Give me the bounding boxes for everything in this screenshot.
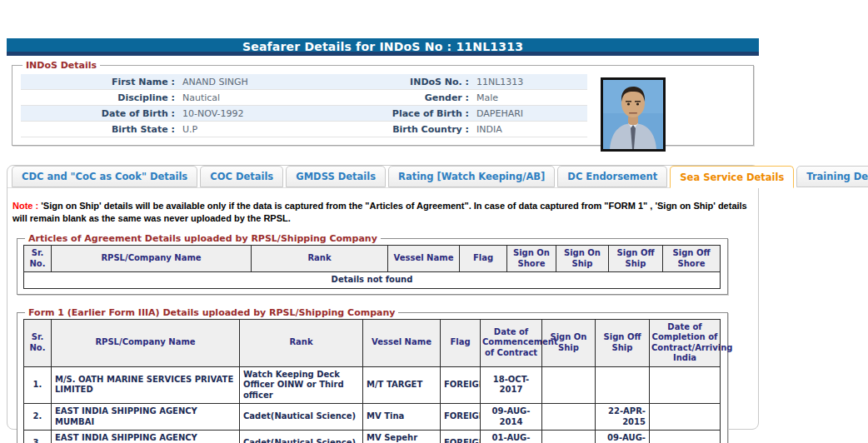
cell-sr: 3. (24, 431, 52, 443)
cell-vessel: MV Sepehr Artin (363, 431, 441, 443)
col-rank: Rank (240, 319, 363, 366)
tab-content-panel: CDC and "CoC as Cook" Details COC Detail… (7, 165, 759, 430)
form1-header-row: Sr. No. RPSL/Company Name Rank Vessel Na… (24, 319, 721, 366)
indos-no-label: INDoS No. : (387, 74, 473, 89)
cell-rank: Cadet(Nautical Science) (240, 404, 363, 431)
col-sign-on-ship: Sign On Ship (556, 246, 609, 272)
cell-flag: FOREIGN (441, 366, 481, 404)
tab-training-details[interactable]: Training Details (796, 166, 868, 187)
cell-rank: Cadet(Nautical Science) (240, 431, 363, 443)
cell-sr: 2. (24, 404, 52, 431)
detail-row: Date of Birth : 10-NOV-1992 Place of Bir… (21, 106, 587, 122)
indos-details-fieldset: INDoS Details First Name : ANAND SINGH I… (12, 60, 754, 146)
tab-strip: CDC and "CoC as Cook" Details COC Detail… (7, 166, 758, 188)
col-vessel-name: Vessel Name (363, 319, 441, 366)
cell-company: EAST INDIA SHIPPING AGENCY MUMBAI (52, 404, 240, 431)
form1-legend: Form 1 (Earlier Form IIIA) Details uploa… (25, 307, 398, 318)
form1-fieldset: Form 1 (Earlier Form IIIA) Details uploa… (17, 307, 728, 443)
detail-row: Birth State : U.P Birth Country : INDIA (21, 122, 587, 137)
form1-table: Sr. No. RPSL/Company Name Rank Vessel Na… (23, 319, 721, 443)
col-flag: Flag (441, 319, 481, 366)
detail-row: Discipline : Nautical Gender : Male (21, 90, 587, 106)
articles-table: Sr. No. RPSL/Company Name Rank Vessel Na… (23, 245, 721, 289)
indos-details-legend: INDoS Details (22, 60, 100, 71)
col-rpsl-company-name: RPSL/Company Name (52, 246, 252, 272)
date-of-birth-value: 10-NOV-1992 (179, 106, 387, 121)
birth-country-label: Birth Country : (387, 122, 473, 137)
cell-rank: Watch Keeping Deck Officer OINW or Third… (240, 366, 363, 404)
page-title: Seafarer Details for INDoS No : 11NL1313 (7, 38, 759, 56)
table-row: 3. EAST INDIA SHIPPING AGENCY MUMBAI Cad… (24, 431, 721, 443)
tab-sea-service-details[interactable]: Sea Service Details (670, 166, 794, 188)
first-name-label: First Name : (21, 74, 179, 89)
col-flag: Flag (460, 246, 507, 272)
note-text: Note : 'Sign on Ship' details will be av… (12, 200, 753, 224)
tab-dc-endorsement[interactable]: DC Endorsement (557, 166, 667, 187)
cell-sr: 1. (24, 366, 52, 404)
col-date-of-completion: Date of Completion of Contract/Arriving … (650, 319, 721, 366)
gender-label: Gender : (387, 90, 473, 105)
table-row: 2. EAST INDIA SHIPPING AGENCY MUMBAI Cad… (24, 404, 721, 431)
col-date-of-commencement: Date of Commencement of Contract (481, 319, 542, 366)
date-of-birth-label: Date of Birth : (21, 106, 179, 121)
tab-gmdss-details[interactable]: GMDSS Details (286, 166, 386, 187)
note-prefix: Note : (12, 201, 38, 211)
birth-state-label: Birth State : (21, 122, 179, 137)
col-sr-no: Sr. No. (24, 246, 52, 272)
discipline-label: Discipline : (21, 90, 179, 105)
tab-cdc-coc-cook-details[interactable]: CDC and "CoC as Cook" Details (12, 166, 197, 187)
cell-company: EAST INDIA SHIPPING AGENCY MUMBAI (52, 431, 240, 443)
cell-completion (650, 404, 721, 431)
col-rpsl-company-name: RPSL/Company Name (52, 319, 240, 366)
col-sr-no: Sr. No. (24, 319, 52, 366)
details-not-found-message: Details not found (24, 272, 721, 289)
person-portrait-icon (603, 80, 663, 149)
tab-rating-watch-keeping-ab[interactable]: Rating [Watch Keeping/AB] (388, 166, 555, 187)
cell-commencement: 18-OCT-2017 (481, 366, 542, 404)
birth-state-value: U.P (179, 122, 387, 137)
indos-no-value: 11NL1313 (473, 74, 587, 89)
cell-sign-off-ship (596, 366, 650, 404)
note-body: 'Sign on Ship' details will be available… (12, 201, 747, 223)
tab-coc-details[interactable]: COC Details (200, 166, 283, 187)
col-sign-on-shore: Sign On Shore (507, 246, 556, 272)
cell-flag: FOREIGN (441, 404, 481, 431)
cell-sign-on-ship (542, 431, 596, 443)
articles-of-agreement-fieldset: Articles of Agreement Details uploaded b… (17, 233, 728, 295)
articles-legend: Articles of Agreement Details uploaded b… (25, 233, 381, 244)
discipline-value: Nautical (179, 90, 387, 105)
indos-detail-rows: First Name : ANAND SINGH INDoS No. : 11N… (21, 74, 587, 137)
first-name-value: ANAND SINGH (179, 74, 387, 89)
cell-commencement: 09-AUG-2014 (481, 404, 542, 431)
place-of-birth-value: DAPEHARI (473, 106, 587, 121)
cell-completion (650, 366, 721, 404)
cell-sign-on-ship (542, 366, 596, 404)
cell-company: M/S. OATH MARINE SERVICES PRIVATE LIMITE… (52, 366, 240, 404)
articles-empty-row: Details not found (24, 272, 721, 289)
col-rank: Rank (252, 246, 388, 272)
table-row: 1. M/S. OATH MARINE SERVICES PRIVATE LIM… (24, 366, 721, 404)
seafarer-photo (601, 77, 666, 152)
col-sign-off-ship: Sign Off Ship (609, 246, 663, 272)
place-of-birth-label: Place of Birth : (387, 106, 473, 121)
cell-flag: FOREIGN (441, 431, 481, 443)
col-sign-off-shore: Sign Off Shore (663, 246, 721, 272)
gender-value: Male (473, 90, 587, 105)
col-vessel-name: Vessel Name (388, 246, 460, 272)
cell-completion (650, 431, 721, 443)
cell-sign-off-ship: 22-APR-2015 (596, 404, 650, 431)
cell-sign-on-ship (542, 404, 596, 431)
cell-vessel: MV Tina (363, 404, 441, 431)
cell-sign-off-ship: 09-AUG-2014 (596, 431, 650, 443)
cell-commencement: 01-AUG-2014 (481, 431, 542, 443)
cell-vessel: M/T TARGET (363, 366, 441, 404)
birth-country-value: INDIA (473, 122, 587, 137)
col-sign-off-ship: Sign Off Ship (596, 319, 650, 366)
detail-row: First Name : ANAND SINGH INDoS No. : 11N… (21, 74, 587, 90)
articles-header-row: Sr. No. RPSL/Company Name Rank Vessel Na… (24, 246, 721, 272)
